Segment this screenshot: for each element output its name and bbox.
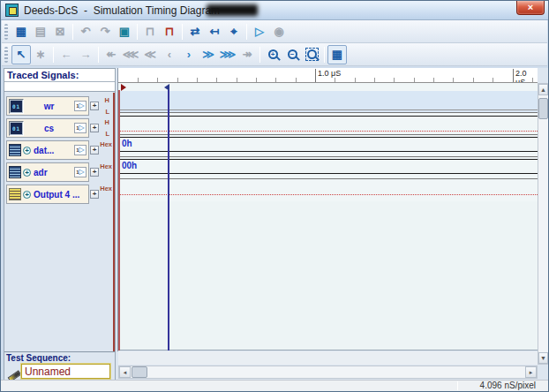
cursor-marker-strip[interactable] [118, 83, 538, 91]
zoom-in-icon[interactable]: + [263, 45, 282, 64]
signal-box[interactable]: 01cs1▷ [6, 118, 89, 138]
fast-back-icon: ⋘ [121, 45, 140, 64]
signal-box[interactable]: +Output 4 ... [6, 185, 89, 204]
test-sequence-name-input[interactable] [21, 364, 110, 379]
title-bar: Deeds-DcS - Simulation Timing Diagram × [1, 1, 548, 20]
zoom-out-icon: − [288, 49, 297, 59]
add-marker-button[interactable]: + [90, 124, 99, 132]
page-forward-icon[interactable]: ≫ [199, 45, 218, 64]
icon-frame: 01 [9, 121, 24, 136]
waveform-footer-strip [118, 351, 538, 365]
toolbar-separator [53, 47, 54, 63]
scroll-left-button[interactable]: ◂ [119, 366, 131, 378]
horizontal-scrollbar[interactable]: ◂ ▸ [118, 366, 538, 379]
signal-name: adr [34, 168, 74, 177]
step-forward-icon[interactable]: › [179, 45, 199, 64]
minor-tick [394, 78, 395, 82]
minor-tick [473, 78, 474, 82]
application-window: Deeds-DcS - Simulation Timing Diagram × … [0, 0, 549, 392]
add-marker-button[interactable]: + [90, 146, 99, 155]
probe-icon[interactable]: ⌖ [224, 22, 244, 41]
waveform-lane-cs[interactable] [118, 113, 538, 135]
main-toolbar: ▦▤⊠↶↷▣⊓⊓⇄↤⌖▷◉ [2, 20, 547, 43]
expand-button[interactable]: + [23, 147, 31, 155]
horizontal-scroll-thumb[interactable] [132, 366, 147, 378]
run-simulation-icon[interactable]: ▷ [250, 22, 269, 41]
stop-simulation-icon: ◉ [269, 22, 289, 41]
output-display-icon [9, 188, 21, 200]
signal-name: cs [24, 124, 74, 133]
waveform-lane-adr[interactable]: 00h [118, 157, 538, 179]
time-origin-marker[interactable] [121, 84, 126, 91]
test-sequence-section: Test Sequence: [4, 351, 115, 381]
minor-tick [237, 78, 237, 82]
format-label: Hex [100, 140, 112, 148]
zoom-selection-icon [307, 49, 317, 59]
level-high-label: H [105, 96, 109, 104]
scroll-right-button[interactable]: ▸ [525, 366, 537, 378]
toolbar-grip[interactable] [4, 24, 8, 40]
signal-name: Output 4 ... [34, 190, 86, 200]
level-labels: HL [101, 118, 112, 138]
waveform-lane-wr[interactable] [118, 91, 538, 113]
close-button[interactable]: × [516, 1, 545, 15]
drive-value-button[interactable]: 1▷ [74, 167, 86, 177]
drive-arrow-icon: ▷ [79, 169, 85, 176]
format-label: Hex [100, 185, 112, 192]
reload-circuit-icon[interactable]: ▦ [11, 22, 31, 41]
pulse-width-icon[interactable]: ⇄ [185, 22, 205, 41]
add-marker-button[interactable]: + [90, 168, 99, 177]
vertical-scrollbar[interactable]: ▲ ▼ [538, 83, 549, 365]
edit-sequence-icon: ▤ [31, 22, 50, 41]
signal-box[interactable]: 01wr1▷ [6, 96, 89, 116]
fast-forward-icon[interactable]: ⋙ [218, 45, 237, 64]
minor-tick [256, 78, 257, 82]
signal-name: wr [24, 102, 74, 111]
waveform-canvas[interactable] [118, 201, 538, 351]
copy-clipboard-icon[interactable]: ▣ [115, 22, 134, 41]
vertical-scroll-thumb[interactable] [538, 98, 548, 119]
navigation-toolbar: ↖∗←→↞⋘≪‹›≫⋙↠+−▦ [2, 43, 547, 66]
go-first-icon: ↞ [102, 45, 121, 64]
break-edge-icon[interactable]: ⊓ [160, 22, 179, 41]
undo-icon: ↶ [76, 22, 95, 41]
expand-button[interactable]: + [23, 191, 31, 199]
expand-button[interactable]: + [23, 169, 31, 177]
toolbar-separator [259, 47, 260, 63]
level-high-label: H [105, 118, 109, 126]
redo-icon: ↷ [95, 22, 115, 41]
selection-frame [305, 48, 319, 61]
toolbar-grip[interactable] [4, 47, 8, 63]
drive-value-button[interactable]: 1▷ [74, 101, 86, 111]
insert-edge-icon: ⊓ [140, 22, 160, 41]
major-tick [513, 69, 514, 82]
waveform-lane-dat[interactable]: 0h [118, 135, 538, 157]
signal-box[interactable]: +adr1▷ [6, 162, 89, 182]
minor-tick [296, 78, 297, 82]
drive-value-button[interactable]: 1▷ [74, 123, 86, 133]
waveform-lanes[interactable]: 0h00h [118, 91, 538, 201]
scroll-up-button[interactable]: ▲ [538, 84, 548, 95]
zoom-out-icon[interactable]: − [282, 45, 302, 64]
move-edge-icon[interactable]: ↤ [205, 22, 224, 41]
window-title: Deeds-DcS - Simulation Timing Diagram [24, 4, 220, 17]
scroll-down-button[interactable]: ▼ [538, 352, 548, 364]
level-labels: Hex [101, 140, 112, 160]
drive-value-button[interactable]: 1▷ [74, 145, 86, 155]
low-reference-line [118, 131, 538, 132]
waveform-lane-output4[interactable] [118, 179, 538, 201]
drive-arrow-icon: ▷ [79, 124, 85, 132]
add-marker-button[interactable]: + [90, 190, 99, 199]
toolbar-separator [137, 24, 138, 40]
find-probe-icon[interactable]: ↖ [11, 45, 31, 64]
level-low-label: L [105, 130, 109, 138]
signal-box[interactable]: +dat...1▷ [6, 140, 89, 160]
back-icon: ← [56, 45, 76, 64]
signals-header-strip [4, 82, 115, 92]
fit-window-icon[interactable]: ▦ [327, 45, 347, 64]
add-marker-button[interactable]: + [90, 102, 99, 110]
signal-trace-line [118, 173, 538, 174]
cursor-marker[interactable] [164, 84, 169, 91]
signal-name: dat... [34, 146, 74, 155]
zoom-selection-icon[interactable] [302, 45, 321, 64]
